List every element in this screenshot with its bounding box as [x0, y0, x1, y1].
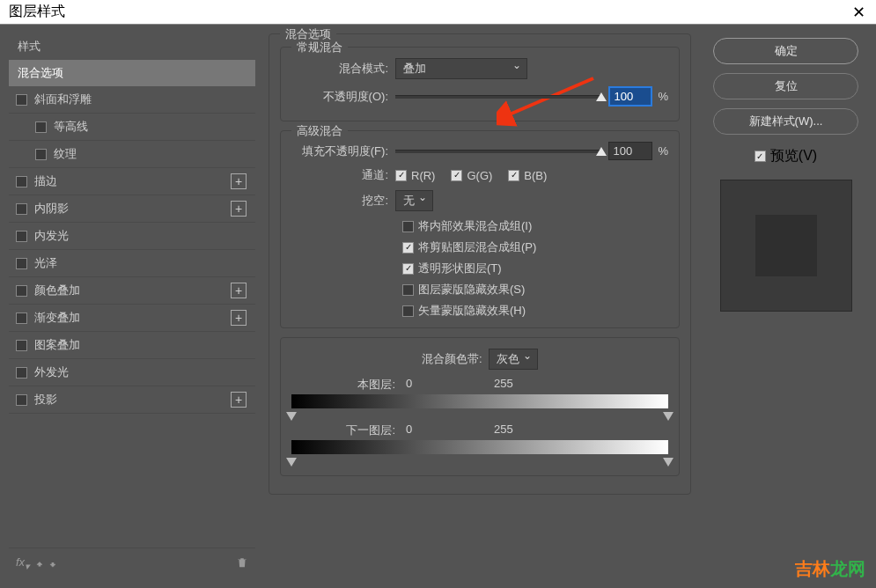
sidebar-item-drop-shadow[interactable]: 投影+: [9, 386, 255, 414]
plus-icon[interactable]: +: [231, 201, 247, 217]
sidebar-item-outer-glow[interactable]: 外发光: [9, 359, 255, 386]
close-icon[interactable]: ✕: [850, 3, 867, 22]
blend-if-group: 混合颜色带: 灰色 本图层: 0 255 下一图层: 0 255: [280, 337, 680, 476]
plus-icon[interactable]: +: [231, 173, 247, 189]
sidebar-item-label: 投影: [34, 392, 57, 408]
under-layer-label: 下一图层:: [291, 423, 406, 438]
sidebar-item-label: 外发光: [34, 364, 69, 380]
reset-button[interactable]: 复位: [713, 73, 858, 99]
sidebar-item-label: 内发光: [34, 228, 69, 244]
opacity-input[interactable]: [608, 86, 652, 107]
opt-layer-mask-hide-checkbox[interactable]: [402, 284, 414, 296]
plus-icon[interactable]: +: [231, 392, 247, 408]
channel-b-checkbox[interactable]: [508, 170, 519, 181]
fill-opacity-slider[interactable]: [395, 150, 601, 153]
this-layer-lo: 0: [406, 377, 494, 393]
general-title: 常规混合: [291, 40, 348, 55]
advanced-title: 高级混合: [291, 123, 348, 139]
checkbox[interactable]: [35, 149, 47, 160]
sidebar-item-texture[interactable]: 纹理: [9, 141, 255, 168]
style-list: 斜面和浮雕 等高线 纹理 描边+ 内阴影+ 内发光 光泽 颜色叠加+ 渐变叠加+…: [9, 86, 255, 548]
sidebar-item-inner-glow[interactable]: 内发光: [9, 223, 255, 250]
opt-vector-mask-hide-checkbox[interactable]: [402, 305, 414, 317]
channel-r-checkbox[interactable]: [395, 170, 407, 181]
opacity-label: 不透明度(O):: [291, 89, 395, 105]
plus-icon[interactable]: +: [231, 283, 247, 298]
preview-swatch: [720, 180, 852, 312]
checkbox[interactable]: [16, 176, 27, 187]
sidebar-item-label: 颜色叠加: [34, 283, 80, 298]
fill-opacity-label: 填充不透明度(F):: [291, 143, 395, 159]
arrow-down-icon[interactable]: 🠻: [49, 557, 55, 571]
ok-button[interactable]: 确定: [713, 38, 858, 64]
under-layer-hi: 255: [494, 423, 582, 438]
blend-options-section: 混合选项 常规混合 混合模式: 叠加 不透明度(O): %: [269, 33, 691, 495]
channel-g-checkbox[interactable]: [451, 170, 462, 181]
checkbox[interactable]: [16, 285, 27, 297]
sidebar-item-gradient-overlay[interactable]: 渐变叠加+: [9, 305, 255, 332]
arrow-up-icon[interactable]: 🠹: [36, 557, 42, 571]
checkbox[interactable]: [16, 367, 27, 379]
opacity-unit: %: [658, 90, 668, 103]
checkbox[interactable]: [16, 231, 27, 242]
new-style-button[interactable]: 新建样式(W)...: [713, 108, 858, 135]
sidebar-item-label: 等高线: [54, 119, 88, 135]
sidebar-item-pattern-overlay[interactable]: 图案叠加: [9, 332, 255, 359]
this-layer-gradient[interactable]: [291, 394, 668, 408]
checkbox[interactable]: [16, 394, 27, 406]
blend-mode-label: 混合模式:: [291, 61, 395, 77]
channels-label: 通道:: [291, 167, 395, 183]
opt-blend-interior-checkbox[interactable]: [402, 221, 414, 232]
trash-icon[interactable]: [236, 556, 248, 571]
checkbox[interactable]: [16, 312, 27, 324]
blend-if-label: 混合颜色带:: [422, 351, 482, 367]
sidebar-header: 样式: [9, 33, 255, 60]
checkbox[interactable]: [16, 203, 27, 215]
sidebar-item-satin[interactable]: 光泽: [9, 250, 255, 277]
under-layer-gradient[interactable]: [291, 440, 668, 454]
sidebar-item-blend-options[interactable]: 混合选项: [9, 60, 255, 86]
checkbox[interactable]: [35, 121, 47, 133]
sidebar-item-color-overlay[interactable]: 颜色叠加+: [9, 277, 255, 305]
sidebar: 样式 混合选项 斜面和浮雕 等高线 纹理 描边+ 内阴影+ 内发光 光泽 颜色叠…: [0, 25, 255, 588]
fill-unit: %: [658, 144, 668, 158]
titlebar: 图层样式 ✕: [0, 0, 876, 25]
advanced-blend-group: 高级混合 填充不透明度(F): % 通道: R(R) G(G) B(B): [280, 130, 680, 328]
general-blend-group: 常规混合 混合模式: 叠加 不透明度(O): %: [280, 47, 680, 121]
right-panel: 确定 复位 新建样式(W)... 预览(V): [704, 25, 876, 588]
preview-checkbox[interactable]: [755, 151, 766, 162]
sidebar-item-bevel[interactable]: 斜面和浮雕: [9, 86, 255, 114]
this-layer-hi: 255: [494, 377, 582, 393]
under-layer-lo: 0: [406, 423, 494, 438]
sidebar-item-label: 渐变叠加: [34, 310, 80, 326]
sidebar-item-label: 斜面和浮雕: [34, 92, 92, 107]
fill-opacity-input[interactable]: [608, 142, 652, 160]
preview-inner: [755, 215, 817, 276]
checkbox[interactable]: [16, 258, 27, 269]
checkbox[interactable]: [16, 340, 27, 351]
preview-toggle[interactable]: 预览(V): [755, 147, 817, 165]
opt-blend-clipped-checkbox[interactable]: [402, 242, 414, 254]
knockout-dropdown[interactable]: 无: [395, 190, 433, 211]
fx-menu-icon[interactable]: fx▾: [16, 555, 29, 572]
sidebar-item-stroke[interactable]: 描边+: [9, 168, 255, 195]
sidebar-item-label: 内阴影: [34, 201, 69, 217]
knockout-label: 挖空:: [291, 193, 395, 209]
sidebar-item-label: 纹理: [54, 146, 77, 162]
plus-icon[interactable]: +: [231, 310, 247, 326]
opt-transparency-shapes-checkbox[interactable]: [402, 263, 414, 275]
sidebar-footer: fx▾ 🠹 🠻: [9, 548, 255, 579]
this-layer-label: 本图层:: [291, 377, 406, 393]
window-title: 图层样式: [9, 3, 65, 21]
sidebar-item-label: 描边: [34, 173, 57, 189]
center-panel: 混合选项 常规混合 混合模式: 叠加 不透明度(O): %: [255, 25, 704, 588]
main-area: 样式 混合选项 斜面和浮雕 等高线 纹理 描边+ 内阴影+ 内发光 光泽 颜色叠…: [0, 25, 876, 588]
sidebar-item-label: 图案叠加: [34, 337, 80, 353]
blend-if-dropdown[interactable]: 灰色: [489, 349, 538, 370]
sidebar-item-inner-shadow[interactable]: 内阴影+: [9, 195, 255, 223]
blend-mode-dropdown[interactable]: 叠加: [395, 58, 527, 79]
checkbox[interactable]: [16, 94, 27, 106]
opacity-slider[interactable]: [395, 95, 601, 99]
sidebar-item-contour[interactable]: 等高线: [9, 114, 255, 141]
sidebar-item-label: 光泽: [34, 255, 57, 271]
